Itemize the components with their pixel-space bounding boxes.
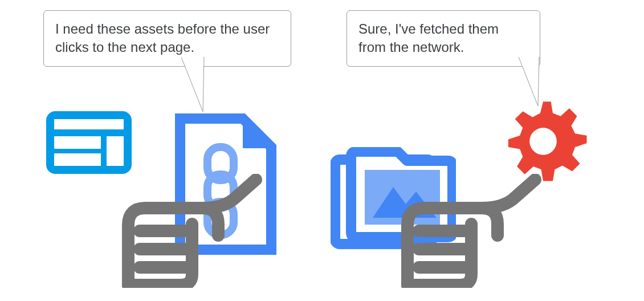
hand-pointing-icon (117, 174, 265, 288)
speech-text: I need these assets before the user clic… (55, 21, 270, 55)
speech-text: Sure, I've fetched them from the network… (358, 21, 499, 55)
svg-rect-8 (107, 136, 124, 166)
svg-rect-6 (54, 136, 101, 149)
svg-rect-3 (519, 57, 539, 58)
gear-icon (495, 96, 592, 193)
speech-bubble-right: Sure, I've fetched them from the network… (347, 10, 540, 67)
speech-bubble-left: I need these assets before the user clic… (43, 10, 291, 67)
speech-tail-left (181, 57, 215, 114)
svg-rect-1 (182, 57, 203, 58)
svg-rect-7 (54, 153, 101, 166)
svg-point-21 (529, 128, 557, 155)
svg-rect-5 (54, 119, 124, 129)
diagram-stage: I need these assets before the user clic… (0, 0, 644, 301)
browser-window-icon (46, 111, 132, 174)
svg-marker-0 (181, 57, 204, 112)
